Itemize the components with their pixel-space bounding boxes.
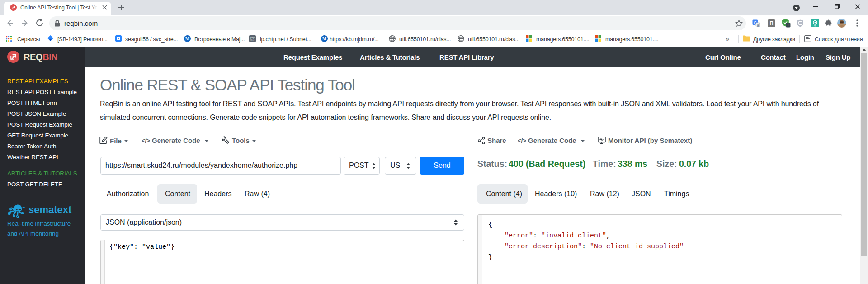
svg-text:M: M bbox=[185, 37, 189, 41]
svg-text:3PAH: 3PAH bbox=[250, 39, 255, 42]
svg-text:M: M bbox=[322, 37, 326, 41]
svg-text:php: php bbox=[250, 36, 255, 39]
svg-text:1: 1 bbox=[787, 23, 789, 27]
svg-text:g: g bbox=[757, 23, 759, 27]
